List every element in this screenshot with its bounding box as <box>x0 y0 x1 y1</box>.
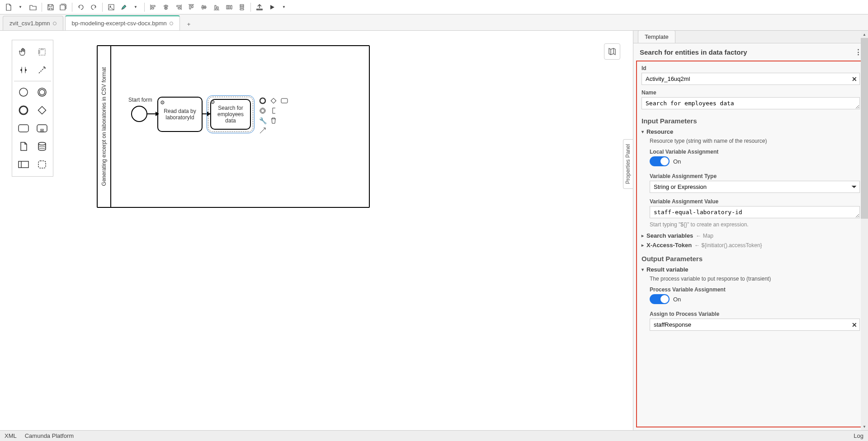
pool-tool[interactable] <box>16 157 31 172</box>
align-right-button[interactable] <box>173 1 184 13</box>
group-tool[interactable] <box>35 157 49 172</box>
align-left-button[interactable] <box>147 1 159 13</box>
service-task-icon: ⚙ <box>210 99 215 105</box>
scrollbar-thumb[interactable] <box>861 38 868 219</box>
run-dropdown[interactable]: ▼ <box>278 1 290 13</box>
align-top-button[interactable] <box>185 1 197 13</box>
search-vars-toggle[interactable]: ▸ Search variables ← Map <box>642 232 860 239</box>
save-button[interactable] <box>45 1 57 13</box>
highlight-dropdown[interactable]: ▼ <box>130 1 142 13</box>
properties-panel: Template Search for entities in data fac… <box>633 31 868 430</box>
connect-tool[interactable] <box>35 63 49 77</box>
svg-rect-2 <box>39 49 45 55</box>
tab-file-2[interactable]: bp-modeling-excerpt-csv-docx.bpmn <box>65 15 180 30</box>
new-file-button[interactable] <box>3 1 14 13</box>
element-palette <box>12 40 53 177</box>
scroll-down-icon[interactable]: ▼ <box>861 423 868 430</box>
change-type-icon[interactable]: 🔧 <box>259 117 267 125</box>
undo-button[interactable] <box>75 1 87 13</box>
separator <box>250 3 251 12</box>
data-object-tool[interactable] <box>16 139 31 154</box>
canvas[interactable]: Generating excerpt on laboratories in CS… <box>0 31 633 430</box>
clear-icon[interactable]: ✕ <box>852 75 857 83</box>
xaccess-toggle[interactable]: ▸ X-Access-Token ← ${initiator().accessT… <box>642 242 860 249</box>
platform-button[interactable]: Camunda Platform <box>25 432 74 439</box>
scrollbar[interactable]: ▲ ▼ <box>861 31 868 430</box>
open-file-button[interactable] <box>27 1 39 13</box>
svg-rect-13 <box>38 161 46 168</box>
properties-panel-toggle[interactable]: Properties Panel <box>623 139 633 189</box>
image-button[interactable] <box>105 1 117 13</box>
properties-header: Search for entities in data factory ⋮ <box>633 43 868 61</box>
xml-view-button[interactable]: XML <box>5 432 17 439</box>
status-bar: XML Camunda Platform Log <box>0 430 868 441</box>
lasso-tool[interactable] <box>35 45 49 59</box>
space-tool[interactable] <box>16 63 31 77</box>
redo-button[interactable] <box>88 1 99 13</box>
service-task-icon: ⚙ <box>160 99 165 106</box>
align-bottom-button[interactable] <box>211 1 222 13</box>
deploy-button[interactable] <box>254 1 265 13</box>
assign-proc-label: Assign to Process Variable <box>650 311 860 317</box>
append-gateway[interactable] <box>269 97 278 105</box>
proc-var-toggle[interactable] <box>650 294 670 304</box>
append-end-event[interactable] <box>259 97 267 105</box>
minimap-toggle[interactable] <box>604 43 620 60</box>
scroll-up-icon[interactable]: ▲ <box>861 31 868 38</box>
xaccess-meta: ${initiator().accessToken} <box>702 242 762 249</box>
delete-icon[interactable] <box>269 117 278 125</box>
append-task[interactable] <box>280 97 288 105</box>
dirty-indicator-icon <box>170 22 173 25</box>
separator <box>144 3 145 12</box>
task-read-data[interactable]: ⚙ Read data by laboratoryId <box>157 97 203 132</box>
id-input[interactable] <box>642 73 860 85</box>
properties-panel-toggle-label: Properties Panel <box>625 144 632 184</box>
data-store-tool[interactable] <box>35 139 49 154</box>
distribute-h-button[interactable] <box>223 1 235 13</box>
clear-icon[interactable]: ✕ <box>852 321 857 328</box>
svg-rect-7 <box>38 107 46 114</box>
name-input[interactable] <box>642 97 860 109</box>
subprocess-tool[interactable] <box>35 121 49 136</box>
var-type-select[interactable]: String or Expression <box>650 181 860 193</box>
align-center-v-button[interactable] <box>198 1 210 13</box>
start-event-tool[interactable] <box>16 85 31 99</box>
new-file-dropdown[interactable]: ▼ <box>14 1 26 13</box>
hand-tool[interactable] <box>16 45 31 59</box>
sequence-flow[interactable] <box>147 113 156 114</box>
connect-icon[interactable] <box>259 127 267 135</box>
tab-file-1[interactable]: zvit_csv1.bpmn <box>3 16 63 30</box>
highlight-button[interactable] <box>118 1 130 13</box>
start-event[interactable] <box>131 106 147 122</box>
log-button[interactable]: Log <box>854 432 863 439</box>
separator <box>102 3 103 12</box>
annotation-icon[interactable] <box>269 107 278 115</box>
distribute-v-button[interactable] <box>236 1 248 13</box>
align-center-h-button[interactable] <box>160 1 172 13</box>
svg-point-3 <box>19 88 28 96</box>
gateway-tool[interactable] <box>35 103 49 117</box>
tab-template[interactable]: Template <box>638 30 675 43</box>
var-value-input[interactable] <box>650 206 860 218</box>
append-intermediate-event[interactable] <box>259 107 267 115</box>
save-all-button[interactable] <box>57 1 69 13</box>
local-var-toggle[interactable] <box>650 156 670 166</box>
tab-add-button[interactable]: + <box>182 18 196 30</box>
task-tool[interactable] <box>16 121 31 136</box>
task-label: Read data by laboratoryId <box>160 108 200 121</box>
sequence-flow[interactable] <box>203 113 208 114</box>
properties-body: Id ✕ Name Input Parameters ▾ Resource Re… <box>636 61 865 427</box>
properties-tabs: Template <box>633 31 868 43</box>
assign-proc-input[interactable] <box>650 319 860 331</box>
end-event-tool[interactable] <box>16 103 31 117</box>
name-label: Name <box>642 89 860 96</box>
resource-section-toggle[interactable]: ▾ Resource <box>642 128 860 135</box>
tab-label: bp-modeling-excerpt-csv-docx.bpmn <box>72 20 167 27</box>
task-search-employees[interactable]: ⚙ Search for employees data <box>208 97 253 132</box>
run-button[interactable] <box>266 1 278 13</box>
resource-description: Resource type (string with name of the r… <box>650 138 860 144</box>
chevron-right-icon: ▸ <box>642 233 644 238</box>
intermediate-event-tool[interactable] <box>35 85 49 99</box>
svg-rect-15 <box>271 98 276 103</box>
result-var-toggle[interactable]: ▾ Result variable <box>642 266 860 273</box>
